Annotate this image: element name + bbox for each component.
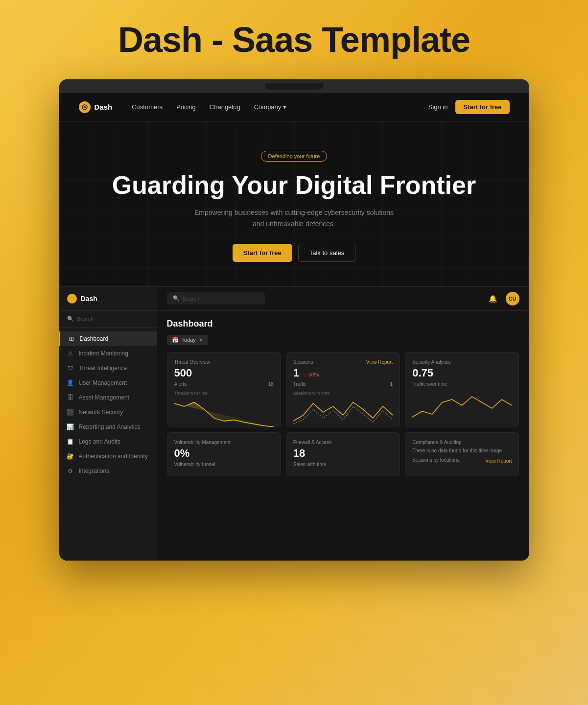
- filter-close[interactable]: ✕: [199, 337, 203, 343]
- sessions-chart: Sessions with time: [293, 391, 393, 420]
- sidebar-label-dashboard: Dashboard: [80, 335, 109, 342]
- alerts-label: Alerts: [174, 381, 187, 387]
- chevron-down-icon: ▾: [283, 103, 286, 111]
- nav-cta-button[interactable]: Start for free: [455, 100, 509, 114]
- dashboard-icon: ⊞: [68, 335, 75, 342]
- notification-bell[interactable]: 🔔: [486, 292, 500, 306]
- compliance-title: Compliance & Auditing: [412, 440, 512, 445]
- nav-logo: Dash: [79, 101, 113, 113]
- nav-customers[interactable]: Customers: [132, 103, 163, 111]
- sidebar-item-network[interactable]: ⬛ Network Security: [59, 405, 157, 420]
- sidebar-nav: ⊞ Dashboard ⚠ Incident Monitoring 🛡 Thre…: [59, 328, 157, 482]
- page-title: Dash - Saas Template: [118, 20, 470, 60]
- sessions-change: ↓ 50%: [304, 372, 319, 377]
- sidebar-logo-text: Dash: [81, 295, 97, 303]
- nav-company[interactable]: Company ▾: [254, 103, 287, 111]
- dashboard-section: Dash 🔍 Search ⊞ Dashboard ⚠ Incident Mon…: [59, 286, 529, 561]
- vuln-sub: Vulnerability funnel: [174, 462, 274, 467]
- sessions-sparkline: [293, 398, 393, 427]
- security-traffic-label: Traffic over time: [412, 381, 447, 387]
- dash-topbar: 🔍 Search 🔔 CU: [157, 287, 529, 311]
- dash-topbar-actions: 🔔 CU: [486, 292, 519, 306]
- firewall-value: 18: [293, 447, 393, 460]
- sidebar-item-dashboard[interactable]: ⊞ Dashboard: [59, 331, 157, 346]
- device-frame: Dash Customers Pricing Changelog Company…: [59, 79, 529, 561]
- sidebar-label-reporting: Reporting and Analytics: [79, 423, 141, 430]
- signin-button[interactable]: Sign in: [428, 103, 448, 111]
- device-topbar: [59, 79, 529, 93]
- threat-sub: Alerts 18: [174, 381, 274, 387]
- threat-chart: Threats with time: [174, 391, 274, 420]
- sessions-value-group: 1 ↓ 50%: [293, 367, 393, 381]
- filter-label: Today: [182, 337, 196, 343]
- alerts-value: 18: [268, 381, 274, 387]
- nav-pricing[interactable]: Pricing: [176, 103, 196, 111]
- user-icon: 👤: [67, 379, 74, 386]
- sidebar-label-asset: Asset Management: [79, 394, 129, 401]
- network-icon: ⬛: [67, 409, 74, 416]
- hero-title: Guarding Your Digital Frontier: [79, 171, 510, 199]
- sidebar-label-auth: Authentication and Identity: [79, 453, 148, 460]
- dash-search-bar[interactable]: 🔍 Search: [167, 292, 265, 305]
- security-chart: [412, 391, 512, 420]
- threat-icon: 🛡: [67, 365, 74, 372]
- security-sparkline: [412, 391, 512, 420]
- user-avatar[interactable]: CU: [506, 292, 519, 306]
- sessions-header: Sessions View Report: [293, 359, 393, 367]
- threat-value: 500: [174, 367, 274, 379]
- sidebar-item-user[interactable]: 👤 User Management: [59, 376, 157, 390]
- sessions-sub: Traffic 1: [293, 381, 393, 387]
- firewall-card: Firewall & Access 18 Sales with time: [286, 432, 400, 476]
- nav-changelog[interactable]: Changelog: [210, 103, 240, 111]
- svg-point-1: [84, 106, 86, 108]
- sessions-chart-label: Sessions with time: [293, 391, 393, 396]
- sessions-locations-label: Sessions by locations: [412, 457, 459, 463]
- vuln-value: 0%: [174, 447, 274, 460]
- sidebar-label-incident: Incident Monitoring: [79, 350, 128, 357]
- date-filter[interactable]: 📅 Today ✕: [167, 335, 208, 345]
- sidebar-item-auth[interactable]: 🔐 Authentication and Identity: [59, 449, 157, 464]
- sessions-locations-report[interactable]: View Report: [485, 458, 512, 464]
- dash-page-title: Dashboard: [167, 319, 519, 329]
- sidebar-header: Dash: [59, 287, 157, 311]
- nav-logo-text: Dash: [94, 103, 113, 111]
- compliance-empty: There is no data found for this time ran…: [412, 448, 512, 453]
- sidebar-label-threat: Threat Intelligence: [79, 365, 127, 372]
- dash-content: Dashboard 📅 Today ✕ Threat Overview 500: [157, 311, 529, 561]
- security-sub: Traffic over time: [412, 381, 512, 387]
- sidebar-item-incident[interactable]: ⚠ Incident Monitoring: [59, 346, 157, 361]
- hero-sales-button[interactable]: Talk to sales: [298, 244, 356, 262]
- security-label: Security Analytics: [412, 359, 512, 365]
- dash-main: 🔍 Search 🔔 CU Dashboard 📅 Today ✕: [157, 287, 529, 561]
- logo-icon: [79, 101, 91, 113]
- stats-grid-top: Threat Overview 500 Alerts 18 Threats wi…: [167, 352, 519, 427]
- hero-buttons: Start for free Talk to sales: [79, 244, 510, 262]
- threat-sparkline: [174, 398, 274, 427]
- auth-icon: 🔐: [67, 453, 74, 460]
- sidebar-item-asset[interactable]: 🗄 Asset Management: [59, 390, 157, 405]
- security-value: 0.75: [412, 367, 512, 379]
- nav-links: Customers Pricing Changelog Company ▾: [132, 103, 428, 111]
- sessions-view-report[interactable]: View Report: [366, 359, 393, 365]
- nav-company-label: Company: [254, 103, 282, 111]
- sidebar-item-threat[interactable]: 🛡 Threat Intelligence: [59, 361, 157, 376]
- sidebar-label-integrations: Integrations: [79, 468, 110, 474]
- sidebar-item-reporting[interactable]: 📊 Reporting and Analytics: [59, 420, 157, 434]
- navbar: Dash Customers Pricing Changelog Company…: [59, 93, 529, 121]
- threat-overview-card: Threat Overview 500 Alerts 18 Threats wi…: [167, 352, 281, 427]
- search-icon: 🔍: [67, 316, 74, 322]
- sidebar-label-network: Network Security: [79, 409, 123, 416]
- hero-start-button[interactable]: Start for free: [233, 244, 292, 262]
- incident-icon: ⚠: [67, 350, 74, 357]
- sidebar-label-user: User Management: [79, 379, 127, 386]
- calendar-icon: 📅: [172, 337, 179, 343]
- logo-svg: [81, 104, 88, 111]
- sidebar-item-integrations[interactable]: ⚙ Integrations: [59, 464, 157, 478]
- vuln-label: Vulnerability Management: [174, 440, 274, 445]
- vulnerability-card: Vulnerability Management 0% Vulnerabilit…: [167, 432, 281, 476]
- firewall-label: Firewall & Access: [293, 440, 393, 445]
- reporting-icon: 📊: [67, 423, 74, 430]
- asset-icon: 🗄: [67, 394, 74, 401]
- sidebar-search[interactable]: 🔍 Search: [59, 311, 157, 328]
- sidebar-item-logs[interactable]: 📋 Logs and Audits: [59, 434, 157, 449]
